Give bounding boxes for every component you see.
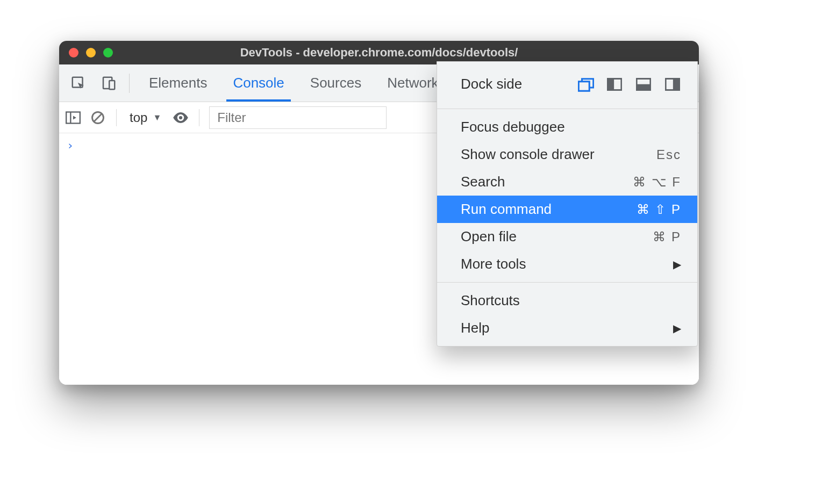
console-prompt-icon: › <box>67 139 74 152</box>
submenu-arrow-icon: ▶ <box>673 322 681 335</box>
tab-sources[interactable]: Sources <box>297 64 374 102</box>
tab-elements[interactable]: Elements <box>136 64 220 102</box>
menu-item-show-console-drawer[interactable]: Show console drawer Esc <box>437 141 697 168</box>
window-close-button[interactable] <box>69 48 78 57</box>
svg-rect-2 <box>109 81 115 89</box>
dock-side-row: Dock side <box>437 66 697 104</box>
submenu-arrow-icon: ▶ <box>673 258 681 271</box>
menu-item-label: Search <box>461 174 505 190</box>
menu-item-more-tools[interactable]: More tools ▶ <box>437 250 697 278</box>
clear-console-icon[interactable] <box>89 108 106 127</box>
toolbar-divider <box>129 74 130 93</box>
tab-console[interactable]: Console <box>220 64 297 102</box>
live-expression-eye-icon[interactable] <box>172 108 189 127</box>
menu-item-search[interactable]: Search ⌘ ⌥ F <box>437 168 697 196</box>
toggle-sidebar-icon[interactable] <box>65 108 82 127</box>
window-title: DevTools - developer.chrome.com/docs/dev… <box>59 46 699 60</box>
dropdown-triangle-icon: ▼ <box>153 113 161 123</box>
filter-input[interactable] <box>209 106 387 129</box>
menu-item-label: More tools <box>461 256 526 272</box>
dock-left-icon[interactable] <box>607 78 623 91</box>
window-minimize-button[interactable] <box>86 48 96 57</box>
subbar-divider-1 <box>116 109 117 126</box>
dock-undock-icon[interactable] <box>578 78 594 91</box>
panel-tabs: Elements Console Sources Network » <box>136 64 475 102</box>
menu-item-shortcut: Esc <box>656 147 681 162</box>
subbar-divider-2 <box>199 109 199 126</box>
svg-rect-11 <box>578 81 589 91</box>
traffic-lights <box>69 48 113 57</box>
svg-rect-13 <box>607 78 613 90</box>
menu-item-shortcut: ⌘ ⌥ F <box>633 175 681 190</box>
dock-bottom-icon[interactable] <box>636 78 652 91</box>
menu-item-shortcuts[interactable]: Shortcuts <box>437 287 697 314</box>
window-maximize-button[interactable] <box>103 48 113 57</box>
svg-point-10 <box>179 116 182 119</box>
menu-item-help[interactable]: Help ▶ <box>437 314 697 342</box>
inspect-element-icon[interactable] <box>69 74 88 93</box>
menu-item-label: Show console drawer <box>461 146 595 163</box>
menu-item-label: Focus debuggee <box>461 119 565 135</box>
menu-item-run-command[interactable]: Run command ⌘ ⇧ P <box>437 196 697 223</box>
menu-item-open-file[interactable]: Open file ⌘ P <box>437 223 697 250</box>
kebab-dropdown-menu: Dock side <box>437 61 698 347</box>
menu-item-label: Open file <box>461 228 517 245</box>
menu-item-label: Run command <box>461 201 552 218</box>
svg-line-9 <box>94 114 102 121</box>
menu-item-label: Help <box>461 320 489 336</box>
menu-item-shortcut: ⌘ ⇧ P <box>637 202 681 217</box>
svg-rect-17 <box>674 78 680 90</box>
context-label: top <box>130 110 147 125</box>
svg-rect-15 <box>637 85 650 90</box>
device-toggle-icon[interactable] <box>99 74 118 93</box>
menu-item-shortcut: ⌘ P <box>653 229 681 244</box>
context-selector[interactable]: top ▼ <box>126 110 165 125</box>
dock-side-label: Dock side <box>461 76 522 92</box>
dock-right-icon[interactable] <box>665 78 681 91</box>
menu-item-label: Shortcuts <box>461 292 520 309</box>
menu-item-focus-debuggee[interactable]: Focus debuggee <box>437 113 697 141</box>
